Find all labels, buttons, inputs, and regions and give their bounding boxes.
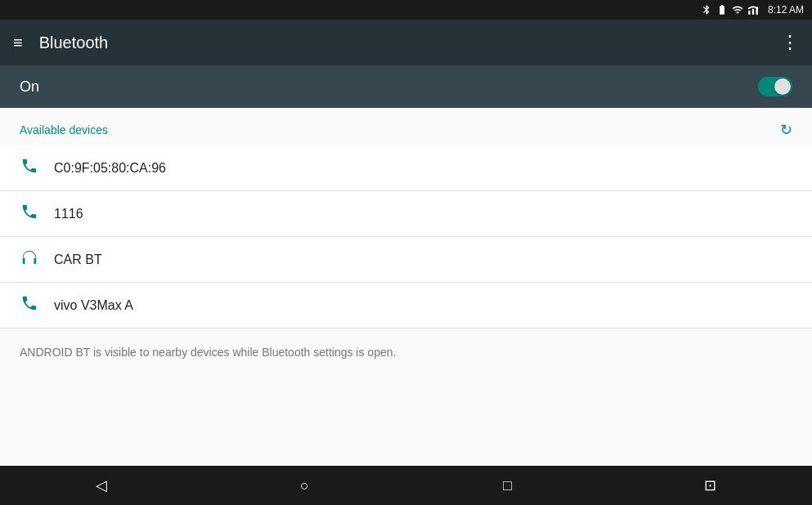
- content-area: Available devices ↻ C0:9F:05:80:CA:96 11…: [0, 108, 812, 466]
- bluetooth-status-icon: [701, 4, 712, 16]
- device-name: 1116: [54, 207, 83, 221]
- bluetooth-toggle-switch[interactable]: [758, 77, 792, 96]
- wifi-status-icon: [732, 4, 743, 16]
- list-item[interactable]: vivo V3Max A: [0, 283, 812, 328]
- phone-icon: [20, 203, 39, 225]
- recents-button[interactable]: □: [488, 466, 527, 505]
- battery-status-icon: [716, 4, 728, 16]
- hamburger-menu-button[interactable]: ≡: [13, 34, 23, 52]
- device-name: vivo V3Max A: [54, 298, 133, 313]
- headphones-icon: [20, 248, 39, 270]
- svg-rect-2: [756, 7, 757, 15]
- svg-rect-0: [748, 11, 750, 15]
- home-button[interactable]: ○: [285, 466, 324, 505]
- screenshot-button[interactable]: ⊡: [691, 466, 730, 505]
- phone-icon: [20, 157, 39, 179]
- app-title: Bluetooth: [39, 34, 781, 52]
- back-button[interactable]: ◁: [82, 466, 121, 505]
- status-icons: 8:12 AM: [701, 4, 804, 16]
- list-item[interactable]: C0:9F:05:80:CA:96: [0, 145, 812, 191]
- list-item[interactable]: 1116: [0, 191, 812, 237]
- bluetooth-toggle-bar: On: [0, 65, 812, 108]
- overflow-menu-button[interactable]: ⋮: [781, 32, 799, 53]
- svg-rect-1: [752, 9, 754, 15]
- status-bar: 8:12 AM: [0, 0, 812, 20]
- app-bar: ≡ Bluetooth ⋮: [0, 20, 812, 65]
- list-item[interactable]: CAR BT: [0, 237, 812, 283]
- available-devices-title: Available devices: [20, 123, 108, 136]
- phone-icon: [20, 294, 39, 316]
- toggle-knob: [774, 78, 791, 95]
- status-time: 8:12 AM: [768, 4, 804, 16]
- bluetooth-toggle-label: On: [20, 78, 758, 96]
- device-name: C0:9F:05:80:CA:96: [54, 161, 166, 176]
- signal-status-icon: [747, 4, 759, 16]
- device-name: CAR BT: [54, 252, 102, 267]
- device-list: C0:9F:05:80:CA:96 1116 CAR BT: [0, 145, 812, 328]
- navigation-bar: ◁ ○ □ ⊡: [0, 466, 812, 505]
- visibility-notice: ANDROID BT is visible to nearby devices …: [0, 328, 812, 378]
- refresh-button[interactable]: ↻: [780, 121, 792, 139]
- available-devices-header: Available devices ↻: [0, 108, 812, 145]
